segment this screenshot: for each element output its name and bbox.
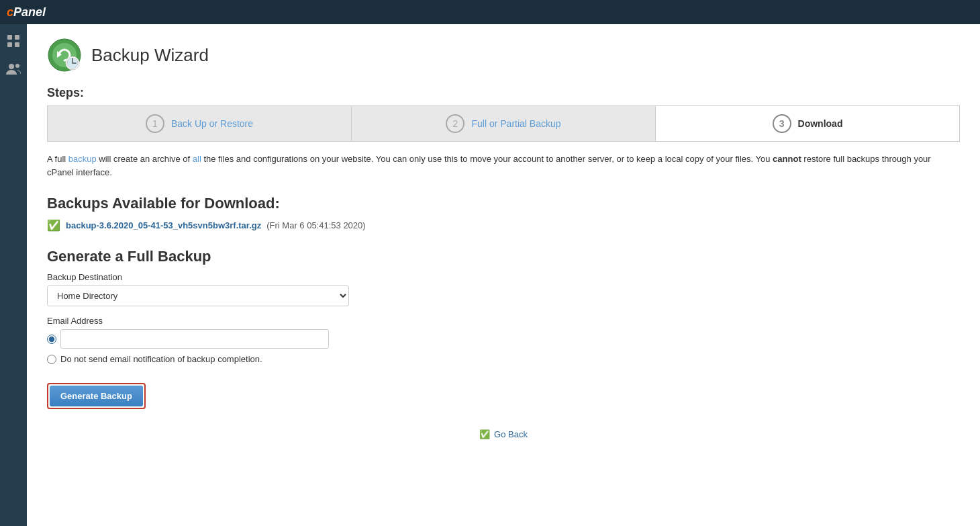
cpanel-logo: cPanel [7,5,46,19]
backup-link[interactable]: backup [68,154,97,164]
destination-group: Backup Destination Home Directory Remote… [47,272,960,306]
steps-label: Steps: [47,86,960,100]
email-group: Email Address Do not send email notifica… [47,316,960,364]
page-title: Backup Wizard [91,45,209,66]
generate-heading: Generate a Full Backup [47,248,960,265]
svg-rect-2 [7,42,12,47]
step-1[interactable]: 1 Back Up or Restore [48,106,352,141]
top-bar: cPanel [0,0,980,24]
step-1-number: 1 [146,114,164,133]
no-email-label: Do not send email notification of backup… [60,354,262,364]
main-content: Backup Wizard Steps: 1 Back Up or Restor… [27,24,980,526]
svg-point-4 [9,64,14,69]
steps-bar: 1 Back Up or Restore 2 Full or Partial B… [47,105,960,142]
svg-rect-0 [7,35,12,40]
page-header: Backup Wizard [47,38,960,73]
destination-select[interactable]: Home Directory Remote FTP Server Remote … [47,286,349,306]
email-label: Email Address [47,316,960,326]
svg-rect-1 [15,35,19,40]
step-2-number: 2 [446,114,464,133]
generate-button-wrapper: Generate Backup [47,383,146,409]
grid-icon[interactable] [3,31,23,51]
go-back-icon: ✅ [479,429,490,439]
email-input[interactable] [60,329,329,349]
check-icon: ✅ [47,219,60,232]
step-3[interactable]: 3 Download [656,106,959,141]
backups-heading: Backups Available for Download: [47,195,960,212]
email-row [47,329,960,349]
svg-point-5 [15,64,19,68]
users-icon[interactable] [3,59,23,79]
all-link[interactable]: all [193,154,201,164]
step-3-number: 3 [773,114,791,133]
email-radio[interactable] [47,335,56,344]
step-3-label: Download [798,118,843,129]
go-back-link[interactable]: ✅ Go Back [479,429,528,439]
no-email-row: Do not send email notification of backup… [47,354,960,364]
svg-rect-3 [15,42,19,47]
no-email-radio[interactable] [47,355,56,364]
step-2[interactable]: 2 Full or Partial Backup [352,106,656,141]
sidebar [0,24,27,526]
backup-file-row: ✅ backup-3.6.2020_05-41-53_vh5svn5bw3rf.… [47,219,960,232]
generate-backup-button[interactable]: Generate Backup [50,386,143,406]
backup-wizard-icon [47,38,82,73]
backup-file-link[interactable]: backup-3.6.2020_05-41-53_vh5svn5bw3rf.ta… [66,220,261,230]
go-back-label: Go Back [494,429,528,439]
backup-file-date: (Fri Mar 6 05:41:53 2020) [266,220,365,230]
step-1-label: Back Up or Restore [171,118,253,129]
destination-label: Backup Destination [47,272,960,282]
step-2-label: Full or Partial Backup [471,118,560,129]
go-back-row: ✅ Go Back [47,429,960,439]
info-text: A full backup will create an archive of … [47,152,960,179]
